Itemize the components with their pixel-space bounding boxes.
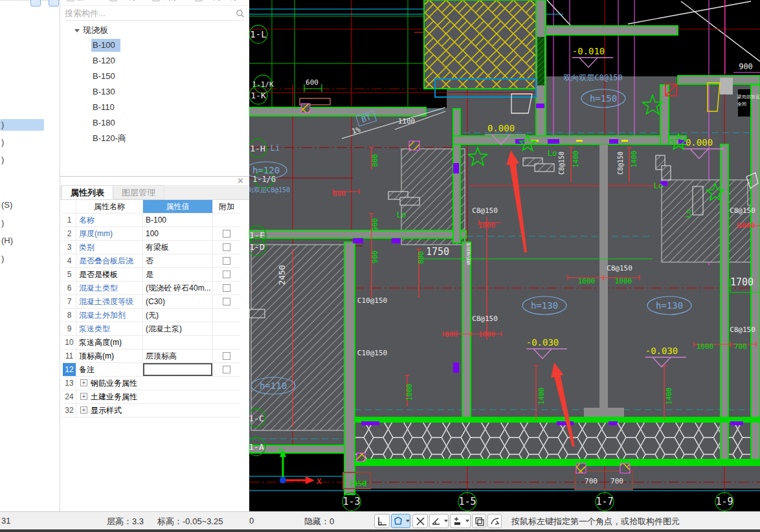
search-icon[interactable] — [236, 9, 245, 18]
expand-icon[interactable]: + — [80, 379, 87, 386]
property-value[interactable]: 层顶标高 — [143, 349, 213, 362]
row-number: 24 — [63, 390, 76, 403]
table-row[interactable]: 32+显示样式 — [63, 404, 240, 417]
table-row[interactable]: 11顶标高(m)层顶标高 — [63, 349, 240, 363]
property-name: 混凝土外加剂 — [76, 309, 143, 322]
tab-图层管理[interactable]: 图层管理 — [113, 185, 164, 199]
table-row[interactable]: 3类别有梁板 — [63, 241, 240, 254]
sidebar-item[interactable]: (S) — [0, 199, 17, 211]
attach-checkbox[interactable] — [223, 230, 230, 238]
sidebar-item[interactable]: (H) — [0, 235, 17, 247]
attach-checkbox[interactable] — [223, 271, 230, 278]
table-header-row: 属性名称属性值附加 — [63, 200, 240, 214]
tree-item-B-110[interactable]: B-110 — [60, 100, 249, 115]
table-row[interactable]: 6混凝土类型(现浇砼 碎石40m... — [63, 282, 240, 295]
cad-label: 1750 — [426, 246, 449, 258]
copy-view-tool-icon — [473, 515, 486, 527]
chevron-down-icon[interactable] — [406, 520, 410, 522]
expand-icon[interactable]: + — [80, 393, 87, 400]
remark-input[interactable] — [143, 363, 212, 376]
component-panel: 新建复制删除层间复制 搜索构件... 现浇板 B-100B-120B-150B-… — [60, 0, 249, 511]
arc-tool[interactable] — [487, 514, 502, 528]
tree-item-B-150[interactable]: B-150 — [60, 69, 249, 84]
group-row-label[interactable]: +土建业务属性 — [76, 390, 240, 403]
sidebar-item[interactable]: ) — [0, 253, 17, 265]
toolbar-button[interactable]: 层间复制 — [195, 0, 236, 3]
property-value[interactable] — [143, 336, 213, 349]
property-value[interactable]: (C30) — [143, 295, 213, 308]
copy-view-tool[interactable] — [472, 514, 486, 528]
attach-checkbox[interactable] — [223, 257, 230, 265]
search-row[interactable]: 搜索构件... — [65, 6, 245, 21]
cad-drawing-viewport[interactable]: 60011001%BT90017502450C10@150C10@150C8@1… — [249, 0, 760, 511]
expand-icon[interactable]: + — [80, 406, 87, 414]
table-row[interactable]: 9泵送类型(混凝土泵) — [63, 322, 240, 336]
component-toolbar-clipped[interactable]: 新建复制删除层间复制 — [60, 0, 249, 6]
attach-cell — [213, 349, 240, 362]
chevron-down-icon[interactable] — [444, 520, 448, 522]
property-value[interactable]: (现浇砼 碎石40m... — [143, 282, 213, 294]
table-row[interactable]: 13+钢筋业务属性 — [63, 377, 240, 390]
chevron-down-icon[interactable] — [465, 520, 469, 522]
ortho-tool[interactable] — [374, 514, 390, 528]
tree-collapse-icon[interactable] — [74, 29, 80, 32]
sidebar-item[interactable]: ) — [0, 137, 17, 148]
cad-label: 全间 — [737, 102, 746, 107]
axis-bubble-label: 1-1/G — [252, 175, 276, 184]
toolbar-button[interactable]: 复制 — [109, 0, 135, 3]
sidebar-top-button-2[interactable] — [49, 0, 59, 6]
close-icon[interactable]: ✕ — [237, 177, 244, 185]
sidebar-top-button-1[interactable] — [30, 0, 41, 6]
table-row[interactable]: 1名称B-100 — [63, 214, 240, 227]
attach-checkbox[interactable] — [223, 366, 230, 373]
col-value: 属性值 — [143, 200, 213, 213]
table-row[interactable]: 4是否叠合板后浇否 — [63, 254, 240, 268]
table-row[interactable]: 12备注 — [63, 363, 240, 377]
property-value[interactable]: 否 — [143, 254, 213, 267]
sidebar-item[interactable]: ) — [0, 119, 44, 131]
property-name: 混凝土强度等级 — [76, 295, 143, 308]
property-value[interactable]: B-100 — [143, 214, 213, 227]
sidebar-item[interactable]: ) — [0, 154, 17, 166]
toolbar-button[interactable]: 新建 — [67, 0, 93, 3]
tab-属性列表[interactable]: 属性列表 — [61, 185, 113, 199]
tree-item-B-180[interactable]: B-180 — [60, 115, 249, 131]
attach-checkbox[interactable] — [223, 352, 230, 360]
property-value[interactable]: 100 — [143, 227, 213, 240]
attach-checkbox[interactable] — [223, 298, 230, 305]
polygon-tool[interactable] — [391, 514, 410, 528]
property-value[interactable] — [143, 363, 213, 376]
sidebar-item[interactable]: ) — [0, 217, 17, 229]
attach-cell — [213, 282, 240, 294]
table-row[interactable]: 7混凝土强度等级(C30) — [63, 295, 240, 309]
property-value[interactable]: 是 — [143, 268, 213, 281]
table-row[interactable]: 10泵送高度(m) — [63, 336, 240, 349]
cad-label: Li — [271, 144, 280, 153]
property-name: 顶标高(m) — [76, 349, 143, 362]
cad-label: 700 — [610, 477, 623, 485]
table-row[interactable]: 2厚度(mm)100 — [63, 227, 240, 241]
tree-item-B-120-商[interactable]: B-120-商 — [60, 131, 249, 146]
tree-item-B-120[interactable]: B-120 — [60, 53, 249, 69]
property-value[interactable]: (混凝土泵) — [143, 322, 213, 335]
row-number: 12 — [63, 363, 76, 376]
cross-tool[interactable] — [412, 514, 428, 528]
property-value[interactable]: (无) — [143, 309, 213, 322]
angle-tool[interactable] — [429, 514, 449, 528]
group-row-label[interactable]: +显示样式 — [76, 404, 240, 417]
property-value[interactable]: 有梁板 — [143, 241, 213, 254]
table-row[interactable]: 8混凝土外加剂(无) — [63, 309, 240, 322]
tree-item-B-100[interactable]: B-100 — [60, 38, 249, 53]
offset-tool[interactable] — [450, 514, 471, 528]
group-row-label[interactable]: +钢筋业务属性 — [76, 377, 240, 390]
toolbar-button[interactable]: 删除 — [152, 0, 178, 3]
search-input[interactable]: 搜索构件... — [65, 8, 236, 19]
tree-group-slab[interactable]: 现浇板 — [60, 23, 249, 38]
tree-item-B-130[interactable]: B-130 — [60, 84, 249, 100]
attach-checkbox[interactable] — [223, 284, 230, 292]
table-row[interactable]: 5是否是楼板是 — [63, 268, 240, 282]
component-tree: 现浇板 B-100B-120B-150B-130B-110B-180B-120-… — [60, 23, 249, 146]
table-row[interactable]: 24+土建业务属性 — [63, 390, 240, 404]
attach-checkbox[interactable] — [223, 243, 230, 251]
cad-label: 350 — [353, 480, 366, 488]
